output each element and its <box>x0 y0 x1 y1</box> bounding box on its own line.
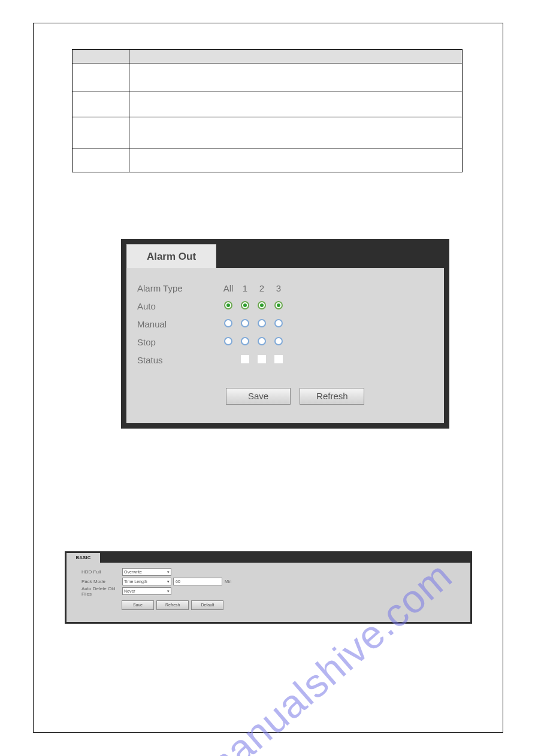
chevron-down-icon: ▾ <box>167 570 170 575</box>
auto-delete-label: Auto Delete Old Files <box>81 586 122 597</box>
refresh-button[interactable]: Refresh <box>300 388 364 405</box>
alarm-out-panel: Alarm Out Alarm Type All 1 2 3 Auto Manu… <box>121 239 449 429</box>
radio-auto-1[interactable] <box>241 301 249 309</box>
pack-mode-select[interactable]: Time Length ▾ <box>122 578 171 585</box>
table-header <box>72 50 129 63</box>
input-value: 60 <box>176 579 180 584</box>
select-value: Time Length <box>124 579 147 584</box>
radio-auto-all[interactable] <box>224 301 232 309</box>
pack-mode-input[interactable]: 60 <box>173 578 222 585</box>
hdd-full-select[interactable]: Overwrite ▾ <box>122 568 171 576</box>
tab-label: Alarm Out <box>147 251 196 263</box>
basic-tab-strip <box>100 553 470 563</box>
row-status-label: Status <box>137 355 220 365</box>
radio-auto-3[interactable] <box>274 301 283 309</box>
select-value: Never <box>124 589 135 593</box>
col-header: 2 <box>253 283 270 293</box>
auto-delete-select[interactable]: Never ▾ <box>122 587 171 595</box>
alarm-type-label: Alarm Type <box>137 283 220 293</box>
row-auto-label: Auto <box>137 301 220 311</box>
pack-mode-label: Pack Mode <box>81 579 122 584</box>
radio-manual-all[interactable] <box>224 319 232 327</box>
radio-stop-2[interactable] <box>258 337 266 345</box>
default-button[interactable]: Default <box>191 600 223 610</box>
checkbox-status-2[interactable] <box>258 355 266 363</box>
tab-alarm-out[interactable]: Alarm Out <box>126 244 216 268</box>
table-cell <box>72 148 129 172</box>
hdd-full-label: HDD Full <box>81 569 122 575</box>
radio-stop-1[interactable] <box>241 337 249 345</box>
table-cell <box>129 148 463 172</box>
radio-manual-1[interactable] <box>241 319 249 327</box>
table-cell <box>129 63 463 92</box>
basic-content: HDD Full Overwrite ▾ Pack Mode Time Leng… <box>67 563 470 622</box>
table-cell <box>129 92 463 117</box>
table-cell <box>129 117 463 148</box>
radio-auto-2[interactable] <box>258 301 266 309</box>
table-cell <box>72 63 129 92</box>
unit-label: Min <box>225 579 231 584</box>
parameter-table <box>72 49 463 172</box>
table-cell <box>72 117 129 148</box>
radio-stop-all[interactable] <box>224 337 232 345</box>
save-button[interactable]: Save <box>226 388 291 405</box>
alarm-out-content: Alarm Type All 1 2 3 Auto Manual <box>126 268 444 423</box>
col-header: 3 <box>270 283 287 293</box>
radio-stop-3[interactable] <box>274 337 283 345</box>
row-manual-label: Manual <box>137 319 220 329</box>
tab-label: BASIC <box>76 555 91 560</box>
table-header <box>129 50 463 63</box>
tab-strip <box>216 244 444 268</box>
checkbox-status-1[interactable] <box>241 355 249 363</box>
radio-manual-3[interactable] <box>274 319 283 327</box>
save-button[interactable]: Save <box>122 600 154 610</box>
basic-panel: BASIC HDD Full Overwrite ▾ Pack Mode Tim… <box>65 551 472 624</box>
col-header: 1 <box>237 283 253 293</box>
radio-manual-2[interactable] <box>258 319 266 327</box>
col-header: All <box>220 283 237 293</box>
table-cell <box>72 92 129 117</box>
select-value: Overwrite <box>124 570 142 574</box>
chevron-down-icon: ▾ <box>167 589 170 594</box>
tab-basic[interactable]: BASIC <box>67 553 100 563</box>
refresh-button[interactable]: Refresh <box>156 600 189 610</box>
checkbox-status-3[interactable] <box>274 355 283 363</box>
chevron-down-icon: ▾ <box>167 579 170 584</box>
row-stop-label: Stop <box>137 337 220 347</box>
